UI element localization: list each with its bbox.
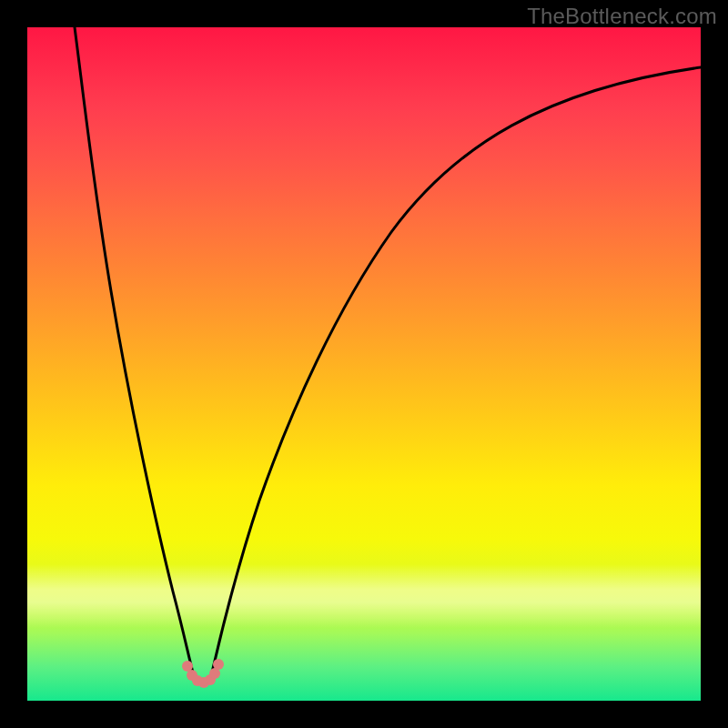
right-curve <box>211 67 701 676</box>
plot-area <box>27 27 701 701</box>
minimum-marker <box>182 659 224 688</box>
watermark-text: TheBottleneck.com <box>527 4 717 29</box>
svg-point-6 <box>213 659 224 670</box>
chart-curves <box>27 27 701 701</box>
chart-frame: TheBottleneck.com <box>0 0 728 728</box>
left-curve <box>75 27 194 676</box>
